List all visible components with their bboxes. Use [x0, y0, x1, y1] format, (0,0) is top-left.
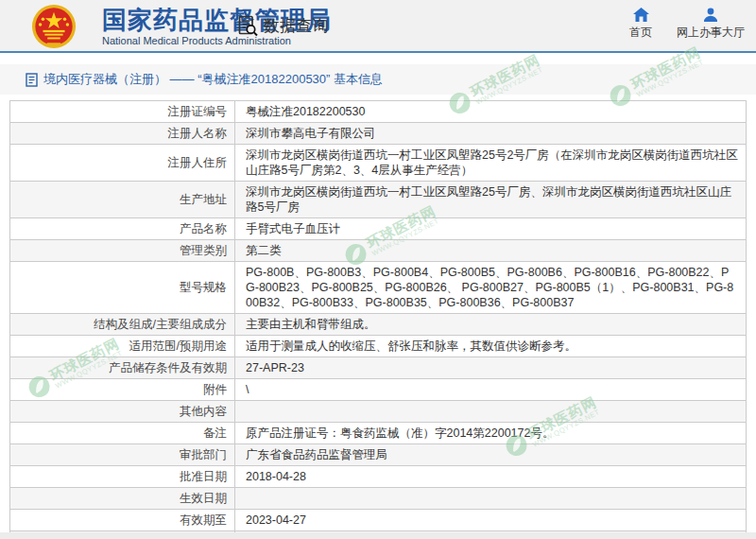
table-row: 管理类别第二类	[10, 240, 746, 262]
table-row: 型号规格PG-800B、PG-800B3、PG-800B4、PG-800B5、P…	[10, 262, 746, 314]
table-row: 注册证编号粤械注准20182200530	[10, 101, 746, 123]
user-icon	[703, 8, 718, 22]
nav-home[interactable]: 首页	[629, 8, 652, 41]
row-label: 备注	[10, 423, 235, 443]
home-icon	[633, 8, 649, 22]
row-label: 产品储存条件及有效期	[10, 357, 235, 378]
table-row: 备注原产品注册证号：粤食药监械（准）字2014第2200172号。	[10, 423, 746, 444]
row-value: 27-APR-23	[235, 357, 746, 378]
row-value: 2023-04-27	[235, 510, 746, 530]
table-row: 产品名称手臂式电子血压计	[10, 218, 746, 240]
row-value: 适用于测量成人的收缩压、舒张压和脉率，其数值供诊断参考。	[235, 336, 746, 356]
header-nav: 首页 网上办事大厅	[629, 8, 745, 41]
nav-service-hall[interactable]: 网上办事大厅	[677, 8, 745, 41]
table-row: 生效日期	[10, 488, 746, 510]
national-emblem-logo	[25, 4, 83, 53]
nav-home-label: 首页	[629, 25, 652, 41]
row-label: 生产地址	[10, 182, 235, 217]
table-row: 注册人住所深圳市龙岗区横岗街道西坑一村工业区凤塱路25号2号厂房（在深圳市龙岗区…	[10, 145, 746, 182]
row-label: 适用范围/预期用途	[10, 336, 235, 356]
row-label: 审批部门	[10, 444, 235, 465]
header-divider-line	[0, 51, 756, 53]
row-value: 深圳市龙岗区横岗街道西坑一村工业区凤塱路25号2号厂房（在深圳市龙岗区横岗街道西…	[235, 145, 746, 181]
row-label: 生效日期	[10, 488, 235, 509]
row-label: 型号规格	[10, 262, 235, 313]
row-value: 深圳市攀高电子有限公司	[235, 123, 746, 144]
row-value: 2018-04-28	[235, 466, 746, 487]
row-value	[235, 488, 746, 509]
table-row: 有效期至2023-04-27	[10, 510, 746, 531]
table-row: 其他内容	[10, 401, 746, 423]
row-label: 结构及组成/主要组成成分	[10, 314, 235, 335]
table-row: 附件\	[10, 379, 746, 401]
row-label: 管理类别	[10, 240, 235, 261]
row-value: 深圳市龙岗区横岗街道西坑一村工业区凤塱路25号厂房、深圳市龙岗区横岗街道西坑社区…	[235, 182, 746, 217]
row-label: 有效期至	[10, 510, 235, 530]
data-query-section[interactable]: 数据查询	[236, 14, 328, 37]
table-row: 适用范围/预期用途适用于测量成人的收缩压、舒张压和脉率，其数值供诊断参考。	[10, 336, 746, 357]
breadcrumb-text: 境内医疗器械（注册） —— “粤械注准20182200530” 基本信息	[43, 71, 383, 88]
row-label: 注册人名称	[10, 123, 235, 144]
table-row: 审批部门广东省食品药品监督管理局	[10, 444, 746, 466]
document-icon	[26, 73, 38, 87]
footer-strip	[0, 532, 756, 539]
row-label: 注册证编号	[10, 101, 235, 122]
table-row: 产品储存条件及有效期27-APR-23	[10, 357, 746, 379]
registration-info-table: 注册证编号粤械注准20182200530注册人名称深圳市攀高电子有限公司注册人住…	[9, 100, 747, 539]
table-row: 注册人名称深圳市攀高电子有限公司	[10, 123, 746, 145]
row-value	[235, 401, 746, 422]
row-label: 附件	[10, 379, 235, 400]
row-value: \	[235, 379, 746, 400]
table-row: 结构及组成/主要组成成分主要由主机和臂带组成。	[10, 314, 746, 336]
row-label: 注册人住所	[10, 145, 235, 181]
nav-service-hall-label: 网上办事大厅	[677, 25, 745, 41]
table-row: 批准日期2018-04-28	[10, 466, 746, 488]
table-row: 生产地址深圳市龙岗区横岗街道西坑一村工业区凤塱路25号厂房、深圳市龙岗区横岗街道…	[10, 182, 746, 218]
breadcrumb: 境内医疗器械（注册） —— “粤械注准20182200530” 基本信息	[0, 64, 756, 95]
row-value: 原产品注册证号：粤食药监械（准）字2014第2200172号。	[235, 423, 746, 443]
site-header: 国家药品监督管理局 National Medical Products Admi…	[0, 0, 756, 51]
data-query-icon	[236, 14, 259, 37]
row-value: PG-800B、PG-800B3、PG-800B4、PG-800B5、PG-80…	[235, 262, 746, 313]
page: 国家药品监督管理局 National Medical Products Admi…	[0, 0, 756, 539]
row-value: 第二类	[235, 240, 746, 261]
row-label: 产品名称	[10, 218, 235, 239]
data-query-label: 数据查询	[264, 15, 328, 37]
row-value: 粤械注准20182200530	[235, 101, 746, 122]
row-label: 批准日期	[10, 466, 235, 487]
row-label: 其他内容	[10, 401, 235, 422]
row-value: 手臂式电子血压计	[235, 218, 746, 239]
row-value: 主要由主机和臂带组成。	[235, 314, 746, 335]
row-value: 广东省食品药品监督管理局	[235, 444, 746, 465]
